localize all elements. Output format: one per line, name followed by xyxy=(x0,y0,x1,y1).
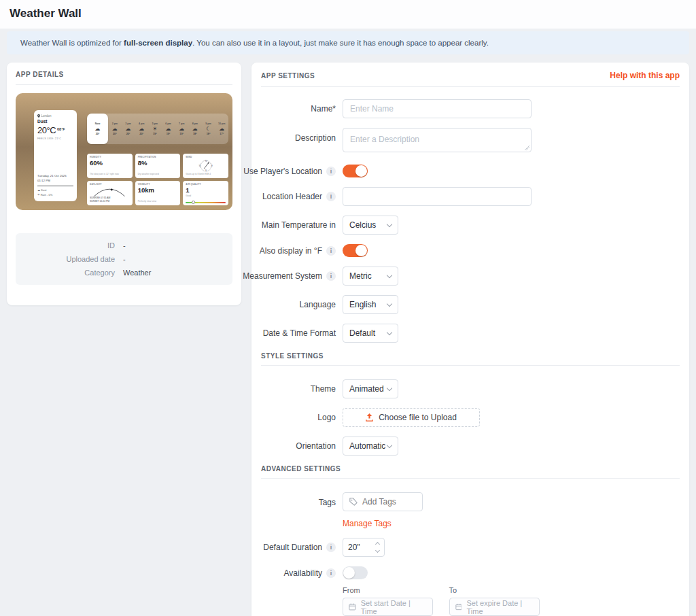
manage-tags-link[interactable]: Manage Tags xyxy=(343,519,423,528)
info-icon[interactable]: i xyxy=(326,167,336,176)
hour-temp: 18° xyxy=(193,133,197,135)
meta-label: Category xyxy=(27,269,115,277)
orientation-select[interactable]: Automatic xyxy=(343,437,398,456)
hour-temp: 20° xyxy=(113,133,117,135)
daylight-curve-icon xyxy=(90,187,128,196)
card-caption: Gusts up to 8 km/h ESE 4 xyxy=(186,173,226,176)
preview-summary-rain: Rain - 0% xyxy=(41,193,53,196)
preview-summary-condition: Dust xyxy=(41,188,46,192)
also-f-toggle[interactable] xyxy=(343,244,368,257)
measurement-select[interactable]: Metric xyxy=(343,267,398,286)
svg-text:W: W xyxy=(198,165,201,167)
weather-preview: London Dust 20°C 68°F FEELS LIKE: 21°C T… xyxy=(16,93,232,210)
card-caption: Good xyxy=(186,194,226,198)
info-icon[interactable]: i xyxy=(326,192,336,201)
hour-temp: 20° xyxy=(139,133,143,135)
hour-time: 7 pm xyxy=(179,122,184,125)
info-icon[interactable]: i xyxy=(326,543,336,552)
location-header-input[interactable] xyxy=(343,187,532,206)
hour-time: Now xyxy=(95,122,101,125)
tags-input-box[interactable] xyxy=(343,492,423,511)
cloud-icon: ☁ xyxy=(139,126,144,132)
chevron-down-icon[interactable] xyxy=(375,548,380,553)
app-details-header: APP DETAILS xyxy=(16,71,64,78)
tags-label: Tags xyxy=(261,498,336,507)
card-title: DAYLIGHT xyxy=(90,183,130,186)
datetime-format-value: Default xyxy=(349,328,375,338)
datetime-format-select[interactable]: Default xyxy=(343,324,398,343)
daylight-card: DAYLIGHT SUNRISE 07:35 AM SUNSET 05:24 P… xyxy=(87,181,133,205)
default-duration-label-text: Default Duration xyxy=(263,543,322,552)
location-pin-icon xyxy=(37,114,40,118)
info-icon[interactable]: i xyxy=(326,568,336,578)
chevron-down-icon xyxy=(387,301,392,306)
banner-text: Weather Wall is optimized for xyxy=(20,39,124,47)
hour-time: 10 pm xyxy=(218,122,225,125)
measurement-label-text: Measurement System xyxy=(243,271,322,281)
info-icon[interactable]: i xyxy=(326,246,336,256)
svg-text:S: S xyxy=(205,169,207,172)
tags-input[interactable] xyxy=(362,497,410,507)
theme-select[interactable]: Animated xyxy=(343,379,398,398)
main-temp-select[interactable]: Celcius xyxy=(343,216,398,235)
use-location-toggle[interactable] xyxy=(343,165,368,177)
to-column: To Set expire Date | Time xyxy=(449,586,540,616)
hour-time: 8 pm xyxy=(192,122,198,125)
default-duration-stepper[interactable]: 20" xyxy=(343,538,385,557)
air-quality-marker xyxy=(192,201,195,204)
cloud-icon: ☁ xyxy=(166,126,171,132)
hour-column: 5 pm ☀ 19° xyxy=(148,114,162,144)
description-input[interactable] xyxy=(343,128,532,152)
language-select[interactable]: English xyxy=(343,295,398,314)
theme-label: Theme xyxy=(261,384,336,394)
start-date-field[interactable]: Set start Date | Time xyxy=(343,598,433,616)
chevron-up-icon[interactable] xyxy=(375,542,380,547)
language-label: Language xyxy=(261,300,336,309)
from-label: From xyxy=(343,586,438,594)
svg-text:N: N xyxy=(205,160,207,162)
compass-icon: N S E W xyxy=(197,159,215,173)
hour-column: 8 pm ☁ 18° xyxy=(188,114,202,144)
name-input[interactable] xyxy=(343,99,532,118)
hour-column: 7 pm ☁ 19° xyxy=(175,114,188,144)
card-caption: The dew point is 12° right now xyxy=(90,173,130,176)
hour-column: 3 pm ☁ 20° xyxy=(122,114,135,144)
card-value: 10km xyxy=(138,187,178,194)
sun-icon: ☀ xyxy=(152,126,157,132)
meta-value: Weather xyxy=(123,269,151,277)
page-title: Weather Wall xyxy=(10,7,686,20)
moon-icon: ☾ xyxy=(206,126,211,132)
hour-temp: 19° xyxy=(179,133,184,135)
use-location-label-text: Use Player's Location xyxy=(243,167,322,176)
default-duration-value: 20" xyxy=(348,543,360,552)
logo-upload-button[interactable]: Choose file to Upload xyxy=(343,408,480,427)
divider xyxy=(37,186,73,186)
expire-date-field[interactable]: Set expire Date | Time xyxy=(449,598,540,616)
preview-feels-like: FEELS LIKE: 21°C xyxy=(37,137,73,140)
stepper-arrows[interactable] xyxy=(376,543,379,552)
start-date-placeholder: Set start Date | Time xyxy=(361,599,427,615)
name-label: Name* xyxy=(261,104,336,114)
chevron-down-icon xyxy=(387,385,392,390)
rain-cloud-icon: ☁ xyxy=(126,126,131,132)
hour-column: 4 pm ☁ 20° xyxy=(135,114,148,144)
rain-cloud-icon: ☁ xyxy=(112,126,118,132)
availability-toggle[interactable] xyxy=(343,566,368,579)
to-label: To xyxy=(449,586,540,594)
availability-label-text: Availability xyxy=(284,568,322,578)
info-icon[interactable]: i xyxy=(326,271,336,281)
hour-column: 2 pm ☁ 20° xyxy=(108,114,122,144)
cloud-icon: ☁ xyxy=(179,126,184,132)
help-link[interactable]: Help with this app xyxy=(610,71,680,80)
card-caption: Dry weather expected xyxy=(138,173,178,176)
upload-icon xyxy=(366,413,373,422)
card-title: AIR QUALITY xyxy=(186,183,226,186)
orientation-label: Orientation xyxy=(261,441,336,451)
preview-time: 01:12 PM xyxy=(37,179,73,184)
meta-value: - xyxy=(123,241,126,250)
current-weather-card: London Dust 20°C 68°F FEELS LIKE: 21°C T… xyxy=(34,110,77,201)
rain-icon: ☂ xyxy=(37,193,40,196)
air-quality-card: AIR QUALITY 1 Good xyxy=(183,181,228,205)
hour-time: 4 pm xyxy=(139,122,144,125)
meta-label: Uploaded date xyxy=(27,255,115,263)
